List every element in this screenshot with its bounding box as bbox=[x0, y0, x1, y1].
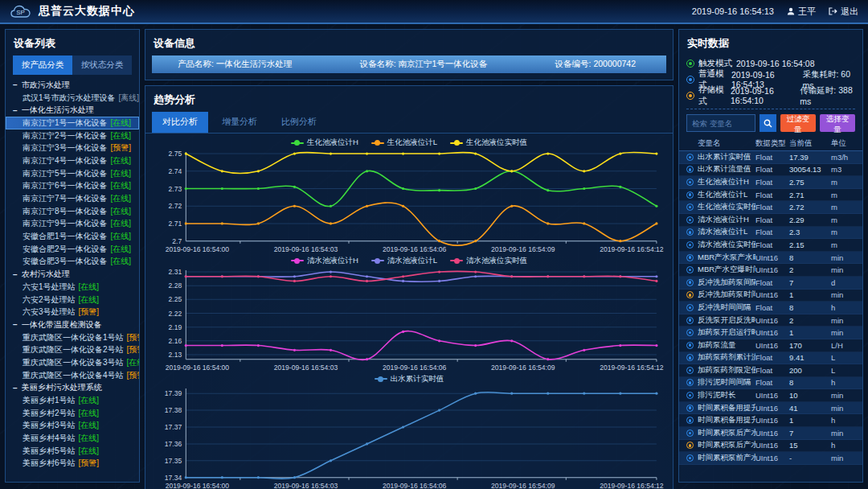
tab-by-status[interactable]: 按状态分类 bbox=[72, 55, 132, 75]
table-row[interactable]: 排污泥时间间隔Float8h bbox=[679, 377, 862, 390]
tree-item[interactable]: 南京江宁2号一体化设备[在线] bbox=[6, 129, 139, 142]
select-variables-button[interactable]: 选择变量 bbox=[820, 114, 855, 132]
table-row[interactable]: 生化池液位实时值Float2.72m bbox=[679, 201, 862, 214]
tree-item[interactable]: 南京江宁4号一体化设备[在线] bbox=[6, 154, 139, 167]
table-row[interactable]: 排污泥时长UInt1610min bbox=[679, 389, 862, 402]
tree-group[interactable]: −一体化带温度检测设备 bbox=[6, 318, 139, 331]
legend-item[interactable]: 出水累计实时值 bbox=[375, 374, 444, 384]
tree-item[interactable]: 重庆武隆区一体化设备3号站[在线] bbox=[6, 356, 139, 369]
product-name-field: 产品名称: 一体化生活污水处理 bbox=[178, 59, 292, 70]
collapse-icon[interactable]: − bbox=[13, 80, 18, 89]
table-row[interactable]: 加药泵开启运行时间UInt161min bbox=[679, 327, 862, 339]
table-row[interactable]: 时间累积备用提升泵分UInt1641min bbox=[679, 402, 862, 415]
tab-by-product[interactable]: 按产品分类 bbox=[13, 55, 72, 75]
legend-item[interactable]: 清水池液位计H bbox=[291, 256, 358, 266]
table-row[interactable]: 时间累积备用提升泵时UInt161h bbox=[679, 414, 862, 427]
legend-marker-icon bbox=[375, 376, 387, 382]
table-row[interactable]: 反冲洗时间间隔Float8h bbox=[679, 302, 862, 314]
collapse-icon[interactable]: − bbox=[13, 270, 18, 279]
tree-item[interactable]: 美丽乡村1号站[在线] bbox=[6, 394, 139, 407]
table-row[interactable]: 出水累计流量值Float30054.13m3 bbox=[679, 164, 862, 177]
tree-item[interactable]: 南京江宁1号一体化设备[在线] bbox=[6, 117, 139, 129]
device-name-value: 南京江宁1号一体化设备 bbox=[398, 59, 487, 68]
cell-name: 加药泵开启运行时间 bbox=[698, 327, 755, 338]
header-unit: 单位 bbox=[831, 138, 855, 149]
table-row[interactable]: 反冲洗加药泵间隔时间Float7d bbox=[679, 277, 862, 290]
tree-group[interactable]: −美丽乡村污水处理系统 bbox=[6, 382, 139, 395]
table-row[interactable]: 反冲洗加药泵时间UInt161min bbox=[679, 290, 862, 302]
tree-item[interactable]: 美丽乡村5号站[在线] bbox=[6, 445, 139, 458]
tree-group[interactable]: −一体化生活污水处理 bbox=[6, 104, 139, 117]
cloud-sp-logo-icon: SP bbox=[10, 4, 32, 19]
tree-item[interactable]: 美丽乡村6号站[预警] bbox=[6, 458, 139, 471]
collapse-icon[interactable]: − bbox=[13, 320, 18, 329]
tree-item[interactable]: 南京江宁6号一体化设备[在线] bbox=[6, 180, 139, 193]
tree-label: 美丽乡村2号站 bbox=[23, 408, 76, 419]
table-row[interactable]: 时间累积泵前产水电动阀分UInt16-min bbox=[679, 452, 862, 465]
variable-status-icon bbox=[686, 354, 694, 361]
filter-variables-button[interactable]: 过滤变量 bbox=[780, 114, 816, 132]
search-button[interactable] bbox=[760, 114, 776, 132]
table-row[interactable]: 清水池液位计HFloat2.29m bbox=[679, 214, 862, 227]
table-row[interactable]: 加药泵药剂累计流量Float9.41L bbox=[679, 352, 862, 365]
cell-value: 17.39 bbox=[789, 153, 831, 162]
tree-item[interactable]: 安徽合肥3号一体化设备[在线] bbox=[6, 256, 139, 269]
tree-item[interactable]: 美丽乡村4号站[在线] bbox=[6, 432, 139, 445]
variable-status-icon bbox=[686, 317, 694, 324]
variable-table-body: 出水累计实时值Float17.39m3/h出水累计流量值Float30054.1… bbox=[679, 151, 862, 465]
table-row[interactable]: 生化池液位计LFloat2.71m bbox=[679, 189, 862, 202]
tree-item[interactable]: 安徽合肥2号一体化设备[在线] bbox=[6, 243, 139, 256]
cell-name: 出水累计流量值 bbox=[698, 164, 755, 175]
tree-item[interactable]: 六安2号处理站[在线] bbox=[6, 294, 139, 306]
search-input[interactable] bbox=[686, 114, 755, 132]
header-user[interactable]: 王平 bbox=[787, 6, 816, 18]
tree-item[interactable]: 美丽乡村3号站[在线] bbox=[6, 420, 139, 433]
svg-text:17.38: 17.38 bbox=[165, 406, 182, 414]
cell-unit: h bbox=[831, 378, 855, 387]
legend-item[interactable]: 清水池液位计L bbox=[371, 256, 437, 266]
collapse-icon[interactable]: − bbox=[13, 106, 18, 115]
tree-group[interactable]: −农村污水处理 bbox=[6, 268, 139, 281]
tree-item[interactable]: 南京江宁8号一体化设备[在线] bbox=[6, 205, 139, 218]
legend-item[interactable]: 清水池液位实时值 bbox=[450, 256, 527, 266]
table-row[interactable]: 清水池液位实时值Float2.15m bbox=[679, 239, 862, 252]
collapse-icon[interactable]: − bbox=[13, 384, 18, 392]
table-row[interactable]: 清水池液位计LFloat2.3m bbox=[679, 227, 862, 240]
logout-button[interactable]: 退出 bbox=[829, 6, 858, 18]
table-row[interactable]: 生化池液位计HFloat2.75m bbox=[679, 176, 862, 189]
table-row[interactable]: 加药泵药剂限定值Float200L bbox=[679, 364, 862, 377]
svg-text:2.73: 2.73 bbox=[169, 185, 182, 193]
table-row[interactable]: 时间累积泵后产水电动阀分UInt167min bbox=[679, 427, 862, 440]
svg-text:2019-09-16 16:54:12: 2019-09-16 16:54:12 bbox=[600, 481, 664, 489]
tab-compare-analysis[interactable]: 对比分析 bbox=[152, 112, 208, 133]
svg-text:2.71: 2.71 bbox=[169, 220, 182, 228]
table-row[interactable]: 时间累积泵后产水电动阀时UInt1615h bbox=[679, 440, 862, 453]
variable-status-icon bbox=[686, 342, 694, 349]
tree-item[interactable]: 重庆武隆区一体化设备1号站[预警] bbox=[6, 331, 139, 344]
tab-ratio-analysis[interactable]: 比例分析 bbox=[271, 112, 327, 133]
table-row[interactable]: 加药泵流量UInt16170L/H bbox=[679, 339, 862, 352]
legend-item[interactable]: 生化池液位计L bbox=[371, 138, 437, 148]
tab-increment-analysis[interactable]: 增量分析 bbox=[211, 112, 268, 133]
tree-item[interactable]: 重庆武隆区一体化设备2号站[预警] bbox=[6, 343, 139, 356]
tree-group[interactable]: −市政污水处理 bbox=[6, 79, 139, 92]
svg-text:17.34: 17.34 bbox=[165, 473, 182, 481]
tree-item[interactable]: 六安3号处理站[预警] bbox=[6, 306, 139, 318]
svg-text:2.25: 2.25 bbox=[169, 295, 182, 303]
tree-item[interactable]: 南京江宁5号一体化设备[在线] bbox=[6, 167, 139, 180]
tree-item[interactable]: 南京江宁3号一体化设备[预警] bbox=[6, 142, 139, 154]
tree-item[interactable]: 南京江宁9号一体化设备[在线] bbox=[6, 218, 139, 231]
table-row[interactable]: 出水累计实时值Float17.39m3/h bbox=[679, 151, 862, 164]
tree-item[interactable]: 重庆武隆区一体化设备4号站[预警] bbox=[6, 369, 139, 382]
top-header: SP 思普云大数据中心 2019-09-16 16:54:13 王平 退出 bbox=[0, 0, 868, 24]
tree-item[interactable]: 美丽乡村2号站[在线] bbox=[6, 407, 139, 420]
legend-item[interactable]: 生化池液位实时值 bbox=[450, 138, 527, 148]
legend-item[interactable]: 生化池液位计H bbox=[291, 138, 358, 148]
tree-item[interactable]: 南京江宁7号一体化设备[在线] bbox=[6, 192, 139, 205]
tree-item[interactable]: 武汉1号市政污水处理设备[离线] bbox=[6, 92, 139, 105]
table-row[interactable]: 反洗泵开启反洗时长UInt162min bbox=[679, 314, 862, 327]
tree-item[interactable]: 安徽合肥1号一体化设备[在线] bbox=[6, 230, 139, 243]
table-row[interactable]: MBR产水空爆时间分UInt162min bbox=[679, 264, 862, 277]
table-row[interactable]: MBR产水泵产水时间分UInt168min bbox=[679, 252, 862, 265]
tree-item[interactable]: 六安1号处理站[在线] bbox=[6, 281, 139, 294]
